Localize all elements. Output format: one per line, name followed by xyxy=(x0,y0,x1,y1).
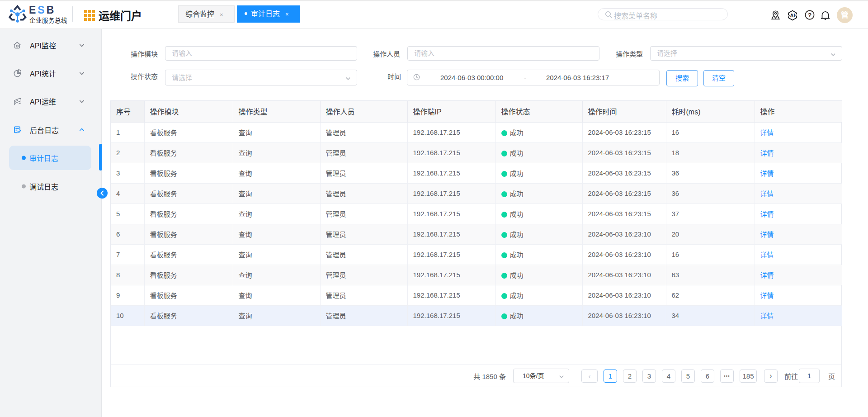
svg-text:?: ? xyxy=(808,12,811,19)
svg-text:AI: AI xyxy=(790,13,795,18)
